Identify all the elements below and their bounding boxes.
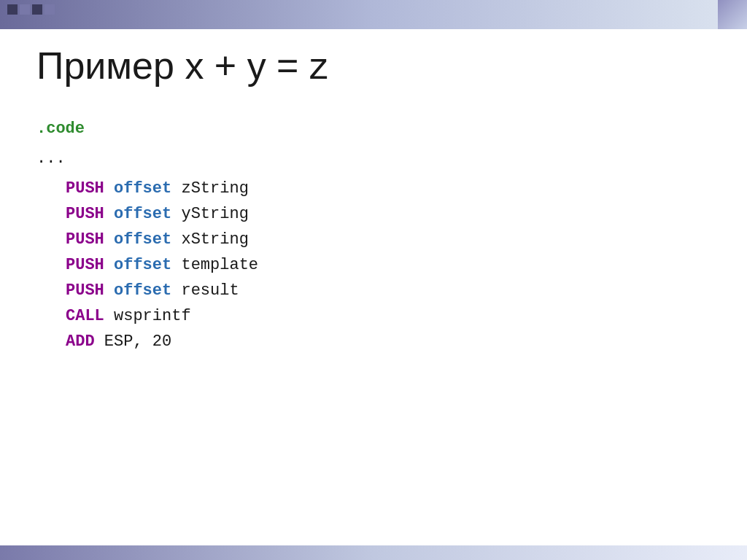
keyword-offset-1: offset [114, 179, 171, 198]
keyword-call: CALL [66, 307, 104, 325]
code-directive: .code [36, 117, 711, 141]
code-line-7: ADD ESP, 20 [66, 330, 711, 354]
arg-wsprintf: wsprintf [114, 307, 191, 325]
code-block: .code ... PUSH offset zString PUSH offse… [36, 117, 711, 354]
keyword-push-2: PUSH [66, 205, 104, 223]
code-line-3: PUSH offset xString [66, 228, 711, 252]
arg-xstring: xString [181, 230, 248, 249]
main-content: Пример x + y = z .code ... PUSH offset z… [36, 44, 711, 355]
page-title: Пример x + y = z [36, 44, 711, 88]
arg-template: template [181, 256, 258, 274]
square-dark-1 [7, 4, 18, 15]
arg-zstring: zString [181, 179, 248, 198]
keyword-offset-2: offset [114, 205, 171, 223]
header-squares [7, 4, 55, 15]
keyword-push-4: PUSH [66, 256, 104, 274]
keyword-push-5: PUSH [66, 281, 104, 300]
footer-bar [0, 545, 747, 560]
keyword-push-3: PUSH [66, 230, 104, 249]
keyword-push-1: PUSH [66, 179, 104, 198]
arg-result: result [181, 281, 239, 300]
code-line-5: PUSH offset result [66, 279, 711, 303]
code-ellipsis: ... [36, 147, 711, 171]
code-line-1: PUSH offset zString [66, 176, 711, 201]
keyword-add: ADD [66, 332, 95, 351]
square-dark-2 [32, 4, 42, 15]
keyword-offset-5: offset [114, 281, 171, 300]
code-line-6: CALL wsprintf [66, 304, 711, 328]
keyword-offset-3: offset [114, 230, 171, 249]
right-decoration [718, 0, 747, 29]
square-light-1 [20, 4, 30, 15]
code-line-4: PUSH offset template [66, 253, 711, 277]
code-line-2: PUSH offset yString [66, 202, 711, 226]
square-light-2 [44, 4, 55, 15]
header-bar [0, 0, 747, 29]
arg-esp: ESP, 20 [104, 332, 171, 351]
keyword-offset-4: offset [114, 256, 171, 274]
arg-ystring: yString [181, 205, 248, 223]
